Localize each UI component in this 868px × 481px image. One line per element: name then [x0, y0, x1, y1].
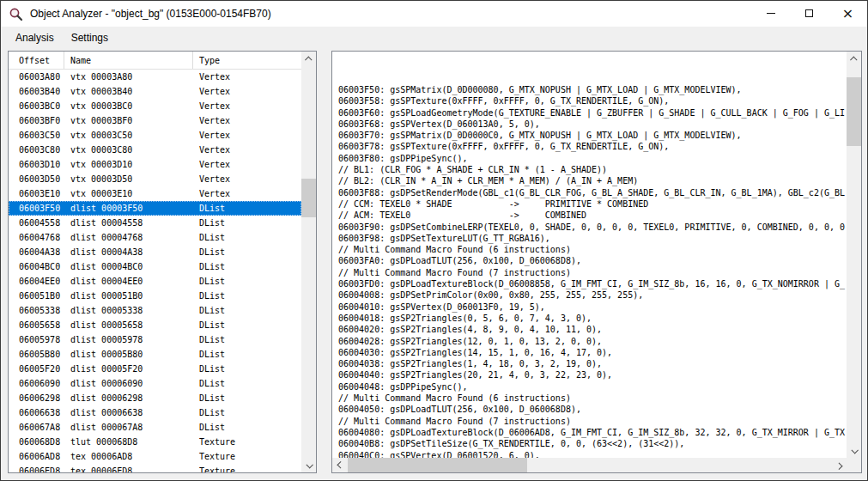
- cell-offset: 06003D50: [9, 174, 64, 184]
- object-list-panel: Offset Name Type 06003A80 vtx_00003A80 V…: [8, 51, 317, 473]
- cell-offset: 06003F50: [9, 204, 64, 213]
- cell-type: DList: [193, 218, 301, 228]
- cell-name: dlist_00004558: [64, 218, 193, 228]
- list-row[interactable]: 06004558 dlist_00004558 DList: [9, 216, 301, 230]
- cell-type: Vertex: [193, 160, 301, 169]
- list-row[interactable]: 06004A38 dlist_00004A38 DList: [9, 245, 301, 259]
- code-line: 06003FA0: gsDPLoadTLUT(256, 0x100, D_060…: [338, 255, 847, 266]
- disassembly-text[interactable]: 06003F50: gsSPMatrix(D_0D000080, G_MTX_N…: [332, 52, 847, 458]
- code-line: 06004020: gsSP2Triangles(4, 8, 9, 0, 4, …: [338, 324, 847, 335]
- cell-type: Vertex: [193, 116, 301, 125]
- list-row[interactable]: 06004EE0 dlist_00004EE0 DList: [9, 274, 301, 289]
- cell-name: dlist_00003F50: [64, 204, 193, 213]
- cell-type: Vertex: [193, 145, 301, 155]
- cell-offset: 06003D10: [9, 160, 64, 169]
- list-row[interactable]: 06005978 dlist_00005978 DList: [9, 332, 301, 347]
- column-header-offset[interactable]: Offset: [9, 52, 64, 69]
- cell-type: Vertex: [193, 174, 301, 184]
- maximize-icon: [805, 9, 813, 17]
- code-line: 06004040: gsSP2Triangles(20, 21, 4, 0, 3…: [338, 369, 847, 381]
- list-row[interactable]: 060068D8 tlut_000068D8 Texture: [9, 435, 301, 449]
- code-line: 06004030: gsSP2Triangles(14, 15, 1, 0, 1…: [338, 347, 847, 358]
- list-row[interactable]: 06006090 dlist_00006090 DList: [9, 376, 301, 391]
- list-row[interactable]: 06005F20 dlist_00005F20 DList: [9, 362, 301, 376]
- list-scrollbar-thumb[interactable]: [301, 179, 316, 217]
- maximize-button[interactable]: [790, 1, 829, 26]
- cell-offset: 06006AD8: [9, 452, 64, 461]
- cell-offset: 06005B80: [9, 350, 64, 359]
- code-line: 06003F50: gsSPMatrix(D_0D000080, G_MTX_N…: [338, 84, 847, 95]
- window-title: Object Analyzer - "object_bg" (0153E000-…: [30, 8, 271, 20]
- code-line: 06003F58: gsSPTexture(0xFFFF, 0xFFFF, 0,…: [338, 95, 847, 107]
- cell-offset: 06004BC0: [9, 262, 64, 271]
- magnifier-app-icon: [9, 7, 23, 21]
- code-hscrollbar-thumb[interactable]: [348, 458, 527, 472]
- list-row[interactable]: 06006638 dlist_00006638 DList: [9, 405, 301, 420]
- cell-name: vtx_00003E10: [64, 189, 193, 198]
- list-row[interactable]: 060051B0 dlist_000051B0 DList: [9, 289, 301, 303]
- scroll-up-icon[interactable]: [301, 52, 316, 66]
- code-line: // Multi Command Macro Found (6 instruct…: [338, 393, 847, 404]
- column-header-type[interactable]: Type: [193, 52, 301, 69]
- code-horizontal-scrollbar[interactable]: [332, 458, 847, 472]
- cell-name: vtx_00003BC0: [64, 101, 193, 111]
- code-line: 06003F78: gsSPTexture(0xFFFF, 0xFFFF, 0,…: [338, 141, 847, 152]
- list-vertical-scrollbar[interactable]: [301, 52, 316, 472]
- cell-type: Vertex: [193, 87, 301, 96]
- cell-offset: 06004768: [9, 233, 64, 242]
- list-row[interactable]: 06003B40 vtx_00003B40 Vertex: [9, 84, 301, 99]
- scroll-left-icon[interactable]: [332, 458, 347, 472]
- cell-type: DList: [193, 262, 301, 271]
- cell-name: dlist_00006298: [64, 393, 193, 403]
- cell-name: dlist_00005338: [64, 306, 193, 315]
- scrollbar-corner: [847, 458, 861, 472]
- code-line: // BL2: (CLR_IN * A_IN + CLR_MEM * A_MEM…: [338, 175, 847, 186]
- minimize-button[interactable]: [751, 1, 790, 26]
- list-row[interactable]: 06003BF0 vtx_00003BF0 Vertex: [9, 113, 301, 128]
- list-row[interactable]: 06003C80 vtx_00003C80 Vertex: [9, 143, 301, 157]
- scroll-up-icon[interactable]: [847, 52, 861, 66]
- list-row[interactable]: 06004BC0 dlist_00004BC0 DList: [9, 259, 301, 274]
- scroll-right-icon[interactable]: [832, 458, 847, 472]
- list-row[interactable]: 06003A80 vtx_00003A80 Vertex: [9, 70, 301, 84]
- close-button[interactable]: ×: [829, 1, 867, 26]
- scroll-down-icon[interactable]: [301, 458, 316, 472]
- list-row[interactable]: 06003D10 vtx_00003D10 Vertex: [9, 157, 301, 172]
- list-row[interactable]: 06003BC0 vtx_00003BC0 Vertex: [9, 99, 301, 113]
- list-row[interactable]: 06006AD8 tex_00006AD8 Texture: [9, 449, 301, 464]
- menu-item-analysis[interactable]: Analysis: [7, 28, 63, 47]
- list-row[interactable]: 06006ED8 tex_00006ED8 Texture: [9, 464, 301, 472]
- cell-name: dlist_000051B0: [64, 291, 193, 301]
- code-line: 06004028: gsSP2Triangles(12, 0, 1, 0, 13…: [338, 336, 847, 347]
- code-line: 06003F98: gsDPSetTextureLUT(G_TT_RGBA16)…: [338, 233, 847, 244]
- cell-offset: 06004EE0: [9, 277, 64, 286]
- code-vscrollbar-thumb[interactable]: [847, 77, 861, 146]
- menu-item-settings[interactable]: Settings: [63, 28, 117, 47]
- list-row[interactable]: 06003D50 vtx_00003D50 Vertex: [9, 172, 301, 186]
- cell-offset: 06003BC0: [9, 101, 64, 111]
- cell-offset: 060051B0: [9, 291, 64, 301]
- cell-name: dlist_00005F20: [64, 364, 193, 374]
- window-controls: ×: [751, 1, 867, 26]
- list-row[interactable]: 06005658 dlist_00005658 DList: [9, 318, 301, 332]
- column-header-name[interactable]: Name: [64, 52, 193, 69]
- list-row[interactable]: 06005338 dlist_00005338 DList: [9, 303, 301, 318]
- cell-type: DList: [193, 320, 301, 330]
- code-line: // BL1: (CLR_FOG * A_SHADE + CLR_IN * (1…: [338, 164, 847, 175]
- code-line: 06003F80: gsDPPipeSync(),: [338, 153, 847, 164]
- code-line: // Multi Command Macro Found (7 instruct…: [338, 416, 847, 427]
- code-line: 06004010: gsSPVertex(D_060013F0, 19, 5),: [338, 301, 847, 313]
- cell-offset: 06003B40: [9, 87, 64, 96]
- list-row[interactable]: 06003F50 dlist_00003F50 DList: [9, 201, 301, 216]
- list-row[interactable]: 06003E10 vtx_00003E10 Vertex: [9, 186, 301, 201]
- code-vertical-scrollbar[interactable]: [847, 52, 861, 458]
- list-row[interactable]: 06005B80 dlist_00005B80 DList: [9, 347, 301, 362]
- list-row[interactable]: 06006298 dlist_00006298 DList: [9, 391, 301, 405]
- cell-name: dlist_00004BC0: [64, 262, 193, 271]
- list-row[interactable]: 06003C50 vtx_00003C50 Vertex: [9, 128, 301, 143]
- scroll-down-icon[interactable]: [847, 443, 861, 458]
- object-analyzer-window: Object Analyzer - "object_bg" (0153E000-…: [0, 0, 868, 481]
- code-line: // Multi Command Macro Found (7 instruct…: [338, 267, 847, 278]
- list-row[interactable]: 06004768 dlist_00004768 DList: [9, 230, 301, 245]
- list-row[interactable]: 060067A8 dlist_000067A8 DList: [9, 420, 301, 435]
